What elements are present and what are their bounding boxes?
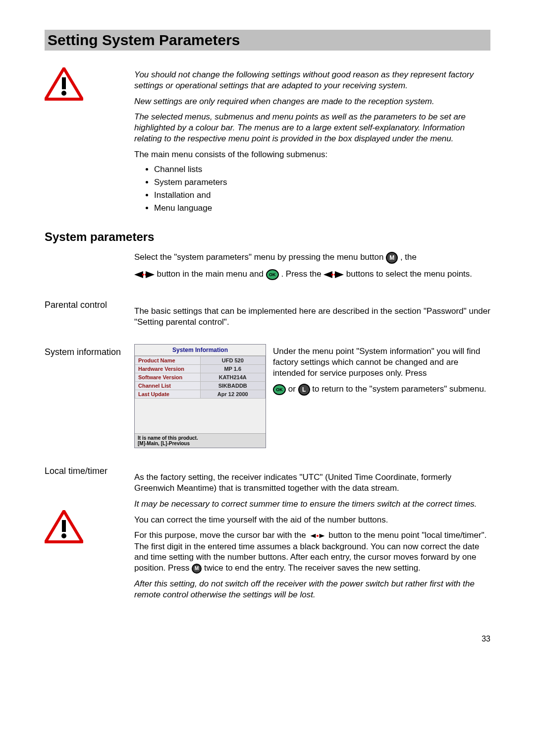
local-time-heading: Local time/timer <box>45 466 131 476</box>
svg-point-5 <box>61 533 66 538</box>
table-row: Hardware VersionMP 1.6 <box>135 365 266 373</box>
left-right-arrow-icon <box>323 269 344 280</box>
cell: Product Name <box>135 356 201 365</box>
text: [M]-Main, [L]-Previous <box>138 441 263 446</box>
page-title-bar: Setting System Parameters <box>45 30 490 51</box>
ok-button-icon: OK <box>273 384 286 395</box>
parental-control-text: The basic settings that can be implement… <box>134 306 490 328</box>
l-button-icon: L <box>298 384 310 396</box>
sysinfo-footer: It is name of this product. [M]-Main, [L… <box>135 433 266 448</box>
list-item: Channel lists <box>154 165 490 174</box>
parental-control-section: Parental control The basic settings that… <box>45 291 490 333</box>
cell: MP 1.6 <box>200 365 266 373</box>
sysparams-p1: Select the "system parameters" menu by p… <box>134 252 490 264</box>
table-row: Software VersionKATH214A <box>135 373 266 382</box>
intro-section: You should not change the following sett… <box>45 67 490 216</box>
cell: Last Update <box>135 390 201 399</box>
text: It is name of this product. <box>138 435 263 441</box>
down-arrow-icon <box>309 530 326 541</box>
localtime-p3: You can correct the time yourself with t… <box>134 515 490 525</box>
cell: Channel List <box>135 382 201 390</box>
cell: Hardware Version <box>135 365 201 373</box>
text: twice to end the entry. The receiver sav… <box>204 563 421 573</box>
cell: KATH214A <box>200 373 266 382</box>
svg-rect-4 <box>62 520 66 532</box>
text: . Press the <box>281 269 323 279</box>
system-information-section: System information System Information Pr… <box>45 338 490 451</box>
svg-rect-1 <box>62 77 66 89</box>
parental-control-heading: Parental control <box>45 300 131 310</box>
localtime-p1: As the factory setting, the receiver ind… <box>134 472 490 494</box>
text: For this purpose, move the cursor bar wi… <box>134 530 309 540</box>
page-title: Setting System Parameters <box>48 32 487 49</box>
list-item: Menu language <box>154 203 490 213</box>
menu-button-icon: M <box>386 252 398 264</box>
system-information-screenshot: System Information Product NameUFD 520 H… <box>134 344 266 448</box>
warning-icon <box>45 67 131 101</box>
cell: Apr 12 2000 <box>200 390 266 399</box>
text: to return to the "system parameters" sub… <box>312 384 486 394</box>
intro-warn-1: You should not change the following sett… <box>134 69 490 91</box>
system-parameters-section: Select the "system parameters" menu by p… <box>45 250 490 285</box>
table-row: Product NameUFD 520 <box>135 356 266 365</box>
intro-warn-3: The selected menus, submenus and menu po… <box>134 112 490 144</box>
cell: Software Version <box>135 373 201 382</box>
list-item: System parameters <box>154 177 490 187</box>
intro-lead: The main menu consists of the following … <box>134 149 490 160</box>
system-parameters-heading: System parameters <box>45 230 490 244</box>
warning-icon <box>45 510 131 544</box>
sysinfo-box-title: System Information <box>135 345 266 356</box>
table-row: Last UpdateApr 12 2000 <box>135 390 266 399</box>
menu-button-icon: M <box>192 564 202 574</box>
document-page: Setting System Parameters You should not… <box>0 0 535 663</box>
sysparams-p2: button in the main menu and OK . Press t… <box>134 269 490 280</box>
page-number: 33 <box>45 635 490 643</box>
intro-bullets: Channel lists System parameters Installa… <box>154 165 490 213</box>
cell: UFD 520 <box>200 356 266 365</box>
text: Select the "system parameters" menu by p… <box>134 253 386 262</box>
cell: SIKBADDB <box>200 382 266 390</box>
sysinfo-table: Product NameUFD 520 Hardware VersionMP 1… <box>135 356 266 399</box>
table-row: Channel ListSIKBADDB <box>135 382 266 390</box>
text: or <box>288 384 298 394</box>
local-time-section: Local time/timer As the factory setting,… <box>45 457 490 605</box>
text: button in the main menu and <box>157 269 266 279</box>
localtime-p2: It may be necessary to correct summer ti… <box>134 499 490 510</box>
left-right-arrow-icon <box>134 269 155 280</box>
ok-button-icon: OK <box>266 269 279 280</box>
text: , the <box>400 253 417 262</box>
localtime-p5: After this setting, do not switch off th… <box>134 579 490 600</box>
localtime-p4: For this purpose, move the cursor bar wi… <box>134 530 490 574</box>
system-information-heading: System information <box>45 347 131 357</box>
text: buttons to select the menu points. <box>346 269 472 279</box>
list-item: Installation and <box>154 190 490 200</box>
svg-point-2 <box>61 91 66 96</box>
intro-warn-2: New settings are only required when chan… <box>134 96 490 107</box>
